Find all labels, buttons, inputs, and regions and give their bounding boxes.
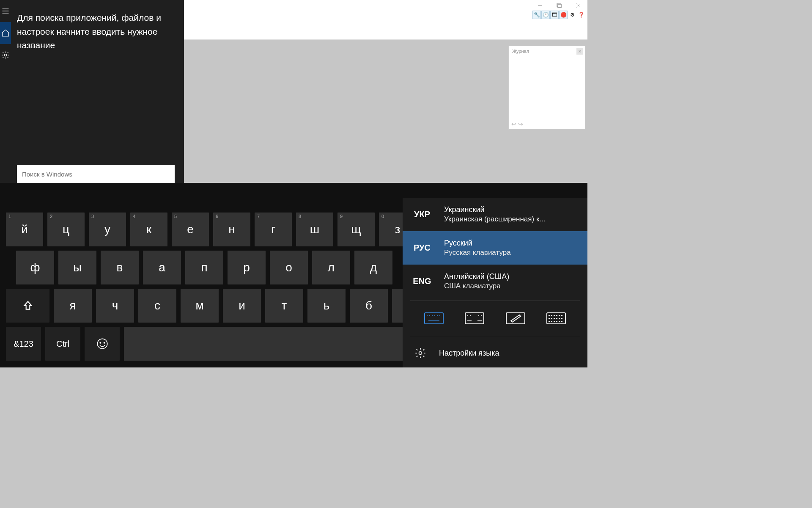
- shift-key[interactable]: [6, 289, 49, 323]
- svg-point-40: [419, 352, 422, 355]
- key-с[interactable]: с: [138, 289, 176, 323]
- key-н[interactable]: н6: [213, 213, 250, 246]
- tool-icon[interactable]: 🔧: [532, 11, 541, 19]
- svg-rect-20: [425, 313, 443, 324]
- key-й[interactable]: й1: [6, 213, 43, 246]
- lang-name: Украинский: [444, 205, 546, 214]
- key-я[interactable]: я: [54, 289, 92, 323]
- lang-layout: США клавиатура: [444, 282, 509, 290]
- redo-icon[interactable]: ↪: [518, 121, 523, 127]
- maximize-button[interactable]: [549, 0, 568, 11]
- journal-panel: Журнал ✕ ↩ ↪: [508, 46, 585, 130]
- svg-point-11: [100, 342, 101, 343]
- search-input[interactable]: [17, 165, 175, 183]
- key-ч[interactable]: ч: [96, 289, 134, 323]
- layout-row: [403, 304, 587, 333]
- key-щ[interactable]: щ9: [337, 213, 375, 246]
- clock-icon[interactable]: 🕐: [541, 11, 550, 19]
- key-е[interactable]: е5: [172, 213, 209, 246]
- lang-code: УКР: [412, 210, 432, 219]
- key-и[interactable]: и: [223, 289, 261, 323]
- key-д[interactable]: д: [354, 251, 392, 284]
- lang-name: Русский: [444, 239, 511, 248]
- hamburger-button[interactable]: [0, 0, 11, 22]
- key-у[interactable]: у3: [89, 213, 126, 246]
- lang-item-eng[interactable]: ENGАнглийский (США)США клавиатура: [403, 265, 587, 298]
- svg-rect-35: [506, 313, 525, 324]
- key-м[interactable]: м: [181, 289, 219, 323]
- key-а[interactable]: а: [143, 251, 181, 284]
- svg-point-12: [104, 342, 104, 343]
- key-ы[interactable]: ы: [58, 251, 96, 284]
- app-header: [184, 0, 587, 40]
- key-о[interactable]: о: [270, 251, 308, 284]
- journal-title: Журнал: [512, 49, 529, 54]
- lang-name: Английский (США): [444, 272, 509, 281]
- undo-icon[interactable]: ↩: [511, 121, 516, 127]
- journal-nav: ↩ ↪: [511, 121, 523, 127]
- help-icon[interactable]: ❓: [577, 11, 585, 19]
- key-л[interactable]: л: [312, 251, 350, 284]
- ctrl-key[interactable]: Ctrl: [45, 327, 80, 361]
- lang-layout: Русская клавиатура: [444, 248, 511, 257]
- lang-layout: Украинская (расширенная) к...: [444, 215, 546, 224]
- separator: [410, 301, 580, 301]
- emoji-key[interactable]: [85, 327, 120, 361]
- window-controls: [530, 0, 587, 11]
- key-б[interactable]: б: [350, 289, 388, 323]
- svg-point-10: [97, 339, 107, 348]
- journal-close-button[interactable]: ✕: [576, 48, 583, 55]
- svg-rect-28: [465, 313, 484, 324]
- key-к[interactable]: к4: [130, 213, 167, 246]
- close-button[interactable]: [568, 0, 587, 11]
- language-settings-button[interactable]: Настройки языка: [403, 339, 587, 367]
- key-п[interactable]: п: [185, 251, 223, 284]
- lang-item-укр[interactable]: УКРУкраинскийУкраинская (расширенная) к.…: [403, 198, 587, 231]
- key-т[interactable]: т: [265, 289, 303, 323]
- color-icon[interactable]: 🔴: [559, 11, 568, 19]
- language-popup: УКРУкраинскийУкраинская (расширенная) к.…: [403, 198, 587, 367]
- key-р[interactable]: р: [228, 251, 266, 284]
- home-button[interactable]: [0, 22, 11, 44]
- minimize-button[interactable]: [530, 0, 549, 11]
- layout-handwriting-icon[interactable]: [505, 312, 526, 325]
- search-hint: Для поиска приложений, файлов и настроек…: [17, 11, 175, 52]
- settings-button[interactable]: [0, 44, 11, 66]
- layout-full-icon[interactable]: [546, 312, 566, 325]
- window-icon[interactable]: 🗔: [550, 11, 559, 19]
- app-toolbar: 🔧 🕐 🗔 🔴 ⚙ ❓: [532, 11, 585, 19]
- key-г[interactable]: г7: [255, 213, 292, 246]
- lang-item-рус[interactable]: РУСРусскийРусская клавиатура: [403, 231, 587, 265]
- key-ь[interactable]: ь: [307, 289, 346, 323]
- svg-point-9: [5, 54, 7, 56]
- key-ф[interactable]: ф: [16, 251, 54, 284]
- search-rail: [0, 0, 11, 183]
- key-ц[interactable]: ц2: [47, 213, 85, 246]
- symbols-key[interactable]: &123: [6, 327, 41, 361]
- search-panel: Для поиска приложений, файлов и настроек…: [0, 0, 184, 183]
- layout-split-icon[interactable]: [464, 312, 485, 325]
- gear-icon[interactable]: ⚙: [568, 11, 576, 19]
- key-ш[interactable]: ш8: [296, 213, 333, 246]
- lang-code: РУС: [412, 243, 432, 253]
- language-settings-label: Настройки языка: [439, 349, 499, 358]
- lang-code: ENG: [412, 276, 432, 286]
- svg-rect-2: [558, 4, 561, 8]
- separator: [410, 336, 580, 336]
- key-в[interactable]: в: [101, 251, 139, 284]
- layout-standard-icon[interactable]: [424, 312, 444, 325]
